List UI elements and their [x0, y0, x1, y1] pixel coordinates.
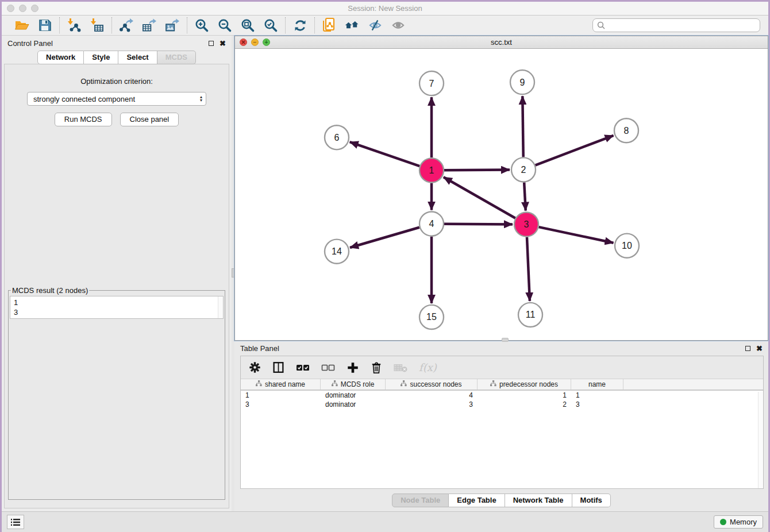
tab-motifs[interactable]: Motifs — [572, 494, 611, 507]
clone-network-icon[interactable] — [322, 18, 337, 33]
close-table-panel-icon[interactable]: ✖ — [756, 345, 763, 352]
tree-hierarchy-icon — [332, 380, 338, 388]
close-panel-button[interactable]: Close panel — [120, 113, 179, 126]
zoom-in-icon[interactable] — [194, 18, 209, 33]
table-cell: dominator — [321, 391, 386, 399]
result-scrollbar[interactable] — [218, 296, 223, 318]
graph-edge-4-14[interactable] — [350, 228, 419, 248]
tab-network-table[interactable]: Network Table — [505, 494, 572, 507]
table-cell: 1 — [241, 391, 321, 399]
mcds-result-values: 1 3 — [10, 296, 223, 318]
zoom-fit-icon[interactable] — [240, 18, 255, 33]
table-cell: 2 — [478, 400, 571, 408]
tab-node-table[interactable]: Node Table — [392, 494, 449, 507]
show-column-panel-icon[interactable] — [272, 361, 284, 373]
save-session-icon[interactable] — [37, 18, 52, 33]
graph-edge-3-10[interactable] — [539, 227, 614, 243]
column-header-label: successor nodes — [410, 380, 461, 388]
graph-edge-4-3[interactable] — [444, 224, 513, 225]
float-panel-icon[interactable] — [209, 41, 214, 46]
graph-node-label-8: 8 — [624, 126, 629, 136]
open-session-icon[interactable] — [14, 18, 29, 33]
delete-column-trash-icon[interactable] — [371, 361, 382, 374]
refresh-layout-icon[interactable] — [292, 18, 307, 33]
table-cell: 3 — [241, 400, 321, 408]
graph-edge-3-11[interactable] — [527, 237, 530, 301]
graph-edge-2-9[interactable] — [522, 96, 523, 157]
graph-node-label-11: 11 — [526, 310, 536, 319]
network-graph: 7968124314101511 — [235, 49, 768, 340]
float-table-panel-icon[interactable] — [745, 346, 750, 351]
criterion-select[interactable]: strongly connected component ▴▾ — [27, 92, 206, 106]
hide-details-icon[interactable] — [368, 18, 383, 33]
table-header-row: shared nameMCDS rolesuccessor nodesprede… — [241, 379, 763, 391]
graph-node-label-2: 2 — [521, 165, 526, 175]
graph-edge-2-8[interactable] — [536, 136, 614, 165]
first-neighbors-icon[interactable] — [345, 18, 360, 33]
graph-edge-1-6[interactable] — [350, 142, 420, 166]
graph-edge-2-3[interactable] — [524, 182, 526, 210]
horizontal-splitter-grip[interactable] — [502, 338, 509, 342]
column-header-name[interactable]: name — [571, 379, 623, 390]
memory-label: Memory — [730, 518, 757, 526]
node-table: f(x) shared nameMCDS rolesuccessor nodes… — [240, 356, 764, 489]
graph-node-label-7: 7 — [429, 79, 434, 88]
task-history-button[interactable] — [7, 515, 24, 529]
create-column-plus-icon[interactable] — [346, 361, 359, 374]
run-mcds-button[interactable]: Run MCDS — [55, 113, 112, 126]
import-network-icon[interactable] — [67, 18, 82, 33]
column-header-predecessor-nodes[interactable]: predecessor nodes — [478, 379, 571, 390]
column-header-MCDS-role[interactable]: MCDS role — [321, 379, 386, 390]
graph-edge-3-1[interactable] — [444, 177, 515, 218]
tab-mcds[interactable]: MCDS — [157, 51, 196, 64]
tab-network[interactable]: Network — [37, 51, 84, 64]
network-window-titlebar[interactable]: ✕ − + scc.txt — [235, 36, 768, 49]
column-header-label: MCDS role — [341, 380, 375, 388]
column-header-successor-nodes[interactable]: successor nodes — [386, 379, 478, 390]
graph-node-label-9: 9 — [520, 78, 525, 87]
export-network-icon[interactable] — [119, 18, 134, 33]
table-cell: 1 — [571, 391, 623, 399]
main-toolbar — [2, 16, 768, 36]
tab-edge-table[interactable]: Edge Table — [449, 494, 505, 507]
table-cell: 3 — [571, 400, 623, 408]
session-title: Session: New Session — [2, 4, 768, 13]
tree-hierarchy-icon — [256, 380, 262, 388]
tab-select[interactable]: Select — [118, 51, 157, 64]
import-table-icon[interactable] — [90, 18, 105, 33]
deselect-all-icon[interactable] — [321, 363, 335, 372]
table-scrollbar[interactable] — [758, 392, 763, 488]
list-icon — [11, 518, 20, 526]
table-panel-title: Table Panel — [240, 344, 279, 353]
graph-node-label-4: 4 — [429, 219, 434, 229]
memory-button[interactable]: Memory — [714, 515, 763, 529]
zoom-out-icon[interactable] — [217, 18, 232, 33]
tree-hierarchy-icon — [490, 380, 496, 388]
column-header-label: shared name — [265, 380, 305, 388]
export-image-icon[interactable] — [165, 18, 180, 33]
table-toolbar: f(x) — [241, 356, 763, 379]
select-all-icon[interactable] — [296, 363, 310, 372]
tab-style[interactable]: Style — [84, 51, 118, 64]
graph-edge-1-2[interactable] — [444, 170, 510, 171]
graph-node-label-10: 10 — [622, 241, 632, 250]
search-box[interactable] — [592, 18, 760, 32]
os-titlebar: Session: New Session — [2, 2, 768, 16]
search-input[interactable] — [608, 21, 756, 29]
application-window: Session: New Session — [2, 2, 768, 532]
network-canvas[interactable]: 7968124314101511 — [235, 49, 768, 340]
show-details-icon[interactable] — [391, 18, 406, 33]
column-header-shared-name[interactable]: shared name — [241, 379, 321, 390]
table-cell: 3 — [386, 400, 478, 408]
close-panel-icon[interactable]: ✖ — [220, 40, 226, 47]
table-row[interactable]: 1dominator411 — [241, 391, 763, 400]
control-panel-tabs: NetworkStyleSelectMCDS — [2, 51, 232, 64]
network-window: ✕ − + scc.txt 7968124314101511 — [234, 36, 768, 341]
export-table-icon[interactable] — [142, 18, 157, 33]
criterion-value: strongly connected component — [33, 95, 200, 103]
table-row[interactable]: 3dominator323 — [241, 400, 763, 409]
zoom-selected-icon[interactable] — [263, 18, 278, 33]
table-settings-gear-icon[interactable] — [249, 361, 261, 373]
mcds-result-textarea[interactable]: 1 3 — [10, 296, 224, 319]
mcds-result-title: MCDS result (2 nodes) — [11, 286, 89, 295]
